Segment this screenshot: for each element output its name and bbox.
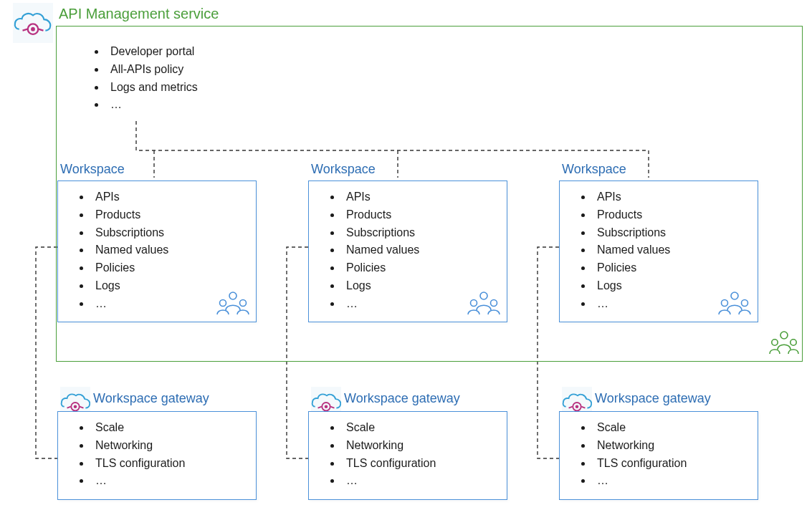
- workspace-item: …: [593, 295, 670, 313]
- gateway-box: Scale Networking TLS configuration …: [308, 411, 507, 500]
- service-feature-item: …: [106, 96, 198, 114]
- workspace-item: Logs: [91, 277, 168, 295]
- workspace-item: Subscriptions: [91, 224, 168, 242]
- service-feature-item: Developer portal: [106, 43, 198, 61]
- gateway-item: Networking: [593, 437, 687, 455]
- gateway-item: TLS configuration: [342, 455, 436, 473]
- workspace-item: …: [91, 295, 168, 313]
- workspace-item: Policies: [593, 259, 670, 277]
- gateway-item: Scale: [342, 419, 436, 437]
- workspace-box: APIs Products Subscriptions Named values…: [308, 181, 507, 322]
- workspace-item: Products: [91, 206, 168, 224]
- apim-service-title: API Management service: [59, 6, 219, 22]
- workspace-item: …: [342, 295, 419, 313]
- workspace-users-icon: [467, 289, 501, 317]
- workspace-box: APIs Products Subscriptions Named values…: [57, 181, 257, 322]
- gateway-box: Scale Networking TLS configuration …: [559, 411, 758, 500]
- gateway-item: …: [91, 472, 185, 490]
- service-users-icon: [768, 328, 800, 357]
- workspace-item: Named values: [593, 241, 670, 259]
- workspace-box: APIs Products Subscriptions Named values…: [559, 181, 758, 322]
- gateway-box: Scale Networking TLS configuration …: [57, 411, 257, 500]
- workspace-title: Workspace: [311, 162, 376, 177]
- gateway-item: Scale: [91, 419, 185, 437]
- gateway-item: TLS configuration: [593, 455, 687, 473]
- gateway-title: Workspace gateway: [595, 391, 711, 406]
- service-feature-item: Logs and metrics: [106, 79, 198, 97]
- workspace-item: APIs: [593, 188, 670, 206]
- gateway-item: Networking: [342, 437, 436, 455]
- workspace-item: Named values: [91, 241, 168, 259]
- service-feature-item: All-APIs policy: [106, 61, 198, 79]
- workspace-title: Workspace: [60, 162, 125, 177]
- gateway-item: …: [342, 472, 436, 490]
- workspace-item: Products: [593, 206, 670, 224]
- workspace-users-icon: [717, 289, 752, 317]
- gateway-item: Networking: [91, 437, 185, 455]
- gateway-item: TLS configuration: [91, 455, 185, 473]
- gateway-item: Scale: [593, 419, 687, 437]
- gateway-title: Workspace gateway: [93, 391, 209, 406]
- workspace-item: APIs: [342, 188, 419, 206]
- workspace-item: Named values: [342, 241, 419, 259]
- workspace-item: Logs: [342, 277, 419, 295]
- workspace-item: APIs: [91, 188, 168, 206]
- diagram-canvas: API Management service Developer portal …: [0, 0, 812, 515]
- workspace-item: Products: [342, 206, 419, 224]
- gateway-item: …: [593, 472, 687, 490]
- service-feature-list: Developer portal All-APIs policy Logs an…: [80, 43, 198, 114]
- gateway-title: Workspace gateway: [344, 391, 460, 406]
- workspace-item: Subscriptions: [342, 224, 419, 242]
- workspace-item: Policies: [91, 259, 168, 277]
- workspace-title: Workspace: [562, 162, 626, 177]
- workspace-item: Logs: [593, 277, 670, 295]
- workspace-item: Policies: [342, 259, 419, 277]
- workspace-item: Subscriptions: [593, 224, 670, 242]
- workspace-users-icon: [216, 289, 250, 317]
- apim-service-icon: [13, 3, 53, 43]
